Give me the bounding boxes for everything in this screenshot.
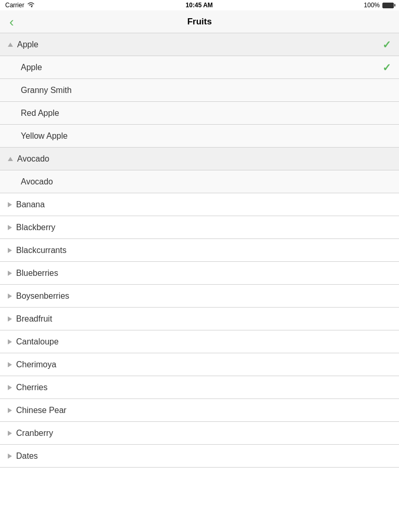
- expand-icon: [8, 362, 12, 367]
- checkmark-icon: ✓: [382, 38, 391, 51]
- section-item-cranberry[interactable]: Cranberry: [0, 422, 399, 445]
- back-button[interactable]: ‹: [5, 15, 18, 29]
- sub-item-apple-1[interactable]: Granny Smith: [0, 79, 399, 102]
- section-label-dates: Dates: [16, 451, 391, 461]
- section-label-cantaloupe: Cantaloupe: [16, 337, 391, 347]
- expand-icon: [8, 431, 12, 436]
- nav-bar: ‹ Fruits: [0, 10, 399, 33]
- checkmark-icon: ✓: [382, 61, 391, 74]
- wifi-icon: [27, 2, 35, 9]
- fruits-list: Apple✓Apple✓Granny SmithRed AppleYellow …: [0, 33, 399, 468]
- section-item-cantaloupe[interactable]: Cantaloupe: [0, 330, 399, 353]
- expand-icon: [8, 225, 12, 230]
- section-label-blueberries: Blueberries: [16, 269, 391, 278]
- battery-label: 100%: [364, 2, 380, 9]
- sub-item-label-avocado-0: Avocado: [21, 177, 391, 187]
- section-item-dates[interactable]: Dates: [0, 445, 399, 468]
- sub-item-apple-0[interactable]: Apple✓: [0, 56, 399, 79]
- section-label-breadfruit: Breadfruit: [16, 314, 391, 324]
- battery-icon: [382, 3, 394, 8]
- expand-icon: [8, 316, 12, 322]
- expand-icon: [8, 385, 12, 390]
- back-chevron-icon: ‹: [9, 15, 14, 29]
- section-label-cherries: Cherries: [16, 383, 391, 392]
- section-label-avocado: Avocado: [17, 154, 391, 164]
- status-bar: Carrier 10:45 AM 100%: [0, 0, 399, 10]
- expand-icon: [8, 408, 12, 413]
- collapse-icon: [8, 43, 13, 47]
- section-label-blackberry: Blackberry: [16, 223, 391, 232]
- section-item-blackcurrants[interactable]: Blackcurrants: [0, 239, 399, 262]
- section-label-apple: Apple: [17, 40, 382, 49]
- section-item-blueberries[interactable]: Blueberries: [0, 262, 399, 285]
- section-item-blackberry[interactable]: Blackberry: [0, 216, 399, 239]
- status-left: Carrier: [5, 2, 35, 9]
- nav-title: Fruits: [0, 17, 399, 27]
- section-header-avocado[interactable]: Avocado: [0, 148, 399, 170]
- section-item-cherries[interactable]: Cherries: [0, 376, 399, 399]
- section-label-cranberry: Cranberry: [16, 429, 391, 438]
- sub-item-apple-2[interactable]: Red Apple: [0, 102, 399, 125]
- section-item-chinese-pear[interactable]: Chinese Pear: [0, 399, 399, 422]
- expand-icon: [8, 248, 12, 253]
- sub-item-apple-3[interactable]: Yellow Apple: [0, 125, 399, 148]
- sub-item-avocado-0[interactable]: Avocado: [0, 170, 399, 193]
- status-right: 100%: [364, 2, 394, 9]
- section-label-cherimoya: Cherimoya: [16, 360, 391, 369]
- sub-item-label-apple-2: Red Apple: [21, 109, 391, 118]
- section-item-banana[interactable]: Banana: [0, 193, 399, 216]
- expand-icon: [8, 339, 12, 344]
- collapse-icon: [8, 157, 13, 161]
- carrier-label: Carrier: [5, 2, 24, 9]
- sub-item-label-apple-3: Yellow Apple: [21, 131, 391, 141]
- section-label-chinese-pear: Chinese Pear: [16, 406, 391, 415]
- expand-icon: [8, 454, 12, 459]
- expand-icon: [8, 294, 12, 299]
- section-header-apple[interactable]: Apple✓: [0, 33, 399, 56]
- section-label-banana: Banana: [16, 200, 391, 209]
- section-label-blackcurrants: Blackcurrants: [16, 246, 391, 255]
- sub-item-label-apple-1: Granny Smith: [21, 86, 391, 95]
- sub-item-label-apple-0: Apple: [21, 63, 382, 72]
- expand-icon: [8, 271, 12, 276]
- section-label-boysenberries: Boysenberries: [16, 291, 391, 301]
- section-item-boysenberries[interactable]: Boysenberries: [0, 285, 399, 308]
- section-item-cherimoya[interactable]: Cherimoya: [0, 353, 399, 376]
- section-item-breadfruit[interactable]: Breadfruit: [0, 308, 399, 330]
- status-time: 10:45 AM: [185, 2, 212, 9]
- expand-icon: [8, 202, 12, 207]
